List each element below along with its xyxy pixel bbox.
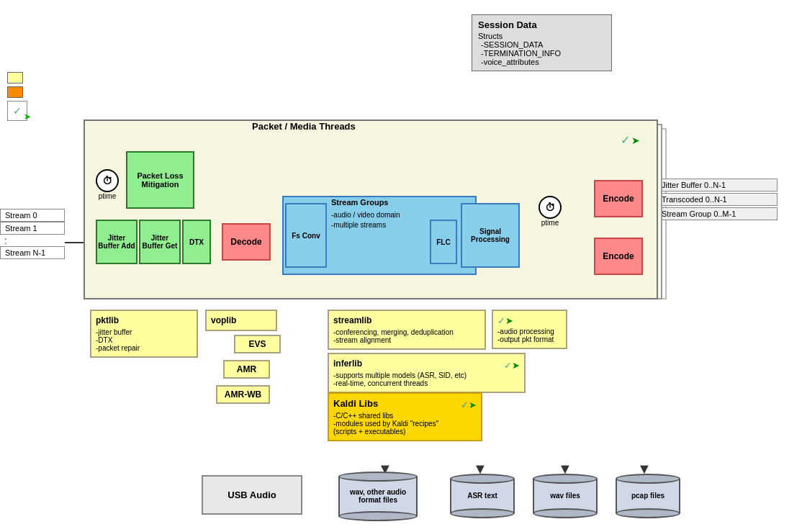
pktlib-item-1: -DTX (96, 336, 192, 344)
legend-check: ✓ ➤ (7, 101, 27, 121)
dtx-box: DTX (182, 220, 211, 264)
evs-label: EVS (248, 339, 266, 349)
arrow-icon-main: ➤ (631, 135, 640, 146)
stream-dots: : (0, 235, 65, 246)
decode-box: Decode (222, 223, 271, 261)
ptime-left: ⏱ ptime (96, 169, 119, 200)
session-data-box: Session Data Structs -SESSION_DATA -TERM… (472, 14, 612, 71)
fs-conv-box: Fs Conv (285, 203, 327, 268)
inferlib-item-0: -supports multiple models (ASR, SID, etc… (333, 371, 520, 379)
amrwb-label: AMR-WB (225, 389, 261, 400)
flc-box: FLC (430, 220, 457, 264)
streamlib-title: streamlib (333, 315, 480, 325)
inferlib-item-1: -real-time, concurrent threads (333, 379, 520, 387)
ptime-right-label: ptime (541, 219, 559, 227)
clock-icon-left: ⏱ (96, 169, 119, 192)
plm-box: Packet Loss Mitigation (126, 151, 194, 209)
encode-bottom-label: Encode (603, 251, 634, 261)
cyl-bottom-wav-files (533, 508, 598, 518)
kaldi-check-icon: ✓ (461, 400, 469, 410)
signal-processing-label: Signal Processing (462, 227, 518, 243)
audio-proc-item-1: -output pkt format (497, 335, 562, 343)
pktlib-item-2: -packet repair (96, 344, 192, 352)
streams-label: Stream 0 Stream 1 : Stream N-1 (0, 209, 65, 259)
streamlib-item-0: -conferencing, merging, deduplication (333, 328, 480, 336)
stream-groups-sub: -audio / video domain -multiple streams (331, 210, 400, 230)
cyl-bottom-asr (450, 508, 515, 518)
kaldi-box: Kaldi Libs ✓ ➤ -C/C++ shared libs -modul… (328, 392, 482, 441)
encode-bottom-box: Encode (594, 238, 643, 275)
legend-yellow (7, 72, 23, 84)
stream-1: Stream 1 (0, 222, 65, 235)
stream-groups-label: Stream Groups (331, 198, 388, 207)
cylinder-wav-audio: wav, other audio format files (338, 472, 418, 521)
ptime-right: ⏱ ptime (539, 196, 562, 227)
amrwb-box: AMR-WB (216, 385, 270, 404)
pktlib-title: pktlib (96, 315, 192, 325)
clock-icon-right: ⏱ (539, 196, 562, 219)
inferlib-title: inferlib (333, 359, 362, 369)
signal-processing-box: Signal Processing (461, 203, 520, 268)
legend-orange (7, 86, 23, 98)
jitter-buffer-add-label: Jitter Buffer Add (97, 234, 136, 250)
kaldi-item-2: (scripts + executables) (333, 428, 477, 436)
voplib-title: voplib (211, 315, 271, 325)
audio-proc-item-0: -audio processing (497, 328, 562, 335)
session-data-item-2: -TERMINATION_INFO (478, 49, 605, 58)
kaldi-item-1: -modules used by Kaldi "recipes" (333, 420, 477, 428)
amr-box: AMR (223, 360, 270, 379)
right-label-0: Jitter Buffer 0..N-1 (655, 179, 778, 191)
right-label-2: Stream Group 0..M-1 (655, 207, 778, 220)
cyl-top-wav-files (533, 474, 598, 484)
packet-media-title: Packet / Media Threads (252, 121, 356, 132)
kaldi-title: Kaldi Libs (333, 398, 378, 409)
kaldi-item-0: -C/C++ shared libs (333, 412, 477, 420)
stream-0: Stream 0 (0, 209, 65, 222)
audio-proc-arrow-icon: ➤ (505, 315, 513, 326)
legend: ✓ ➤ (7, 72, 27, 121)
stream-n1: Stream N-1 (0, 246, 65, 259)
session-data-item-3: -voice_attributes (478, 58, 605, 66)
amr-label: AMR (237, 364, 256, 374)
cylinder-asr: ASR text (450, 474, 515, 518)
session-data-title: Session Data (478, 19, 605, 30)
plm-label: Packet Loss Mitigation (127, 171, 193, 189)
cyl-top-wav-audio (338, 472, 418, 482)
session-data-subtitle: Structs (478, 32, 605, 40)
streamlib-item-1: -stream alignment (333, 336, 480, 344)
cyl-bottom-wav-audio (338, 511, 418, 521)
audio-proc-check-icon: ✓ (497, 315, 505, 326)
check-icon-main: ✓ (621, 133, 630, 147)
usb-audio-label: USB Audio (227, 490, 276, 500)
inferlib-arrow-icon: ➤ (512, 360, 520, 371)
pktlib-box: pktlib -jitter buffer -DTX -packet repai… (90, 310, 198, 358)
cyl-top-asr (450, 474, 515, 484)
streamlib-box: streamlib -conferencing, merging, dedupl… (328, 310, 486, 350)
cylinder-wav-files: wav files (533, 474, 598, 518)
pktlib-item-0: -jitter buffer (96, 328, 192, 336)
inferlib-check-icon: ✓ (504, 360, 512, 371)
jitter-buffer-get-label: Jitter Buffer Get (140, 234, 179, 250)
jitter-buffer-add-box: Jitter Buffer Add (96, 220, 138, 264)
cyl-top-pcap (616, 474, 680, 484)
inferlib-box: inferlib ✓ ➤ -supports multiple models (… (328, 353, 526, 393)
encode-top-label: Encode (603, 194, 634, 204)
right-labels: Jitter Buffer 0..N-1 Transcoded 0..N-1 S… (655, 179, 778, 220)
session-data-item-1: -SESSION_DATA (478, 40, 605, 49)
decode-label: Decode (230, 237, 261, 247)
flc-label: FLC (436, 238, 450, 246)
cyl-bottom-pcap (616, 508, 680, 518)
right-label-1: Transcoded 0..N-1 (655, 193, 778, 206)
check-icon-container: ✓ ➤ (621, 133, 640, 147)
encode-top-box: Encode (594, 180, 643, 217)
fs-conv-label: Fs Conv (292, 232, 320, 240)
voplib-box: voplib (205, 310, 277, 331)
ptime-left-label: ptime (99, 192, 116, 200)
legend-arrow-icon: ➤ (24, 112, 31, 122)
stream-groups-sub1: -audio / video domain (331, 210, 400, 220)
usb-audio-box: USB Audio (202, 475, 302, 515)
audio-proc-box: ✓ ➤ -audio processing -output pkt format (492, 310, 567, 349)
stream-groups-sub2: -multiple streams (331, 220, 400, 230)
kaldi-arrow-icon: ➤ (469, 400, 477, 410)
cylinder-pcap: pcap files (616, 474, 680, 518)
